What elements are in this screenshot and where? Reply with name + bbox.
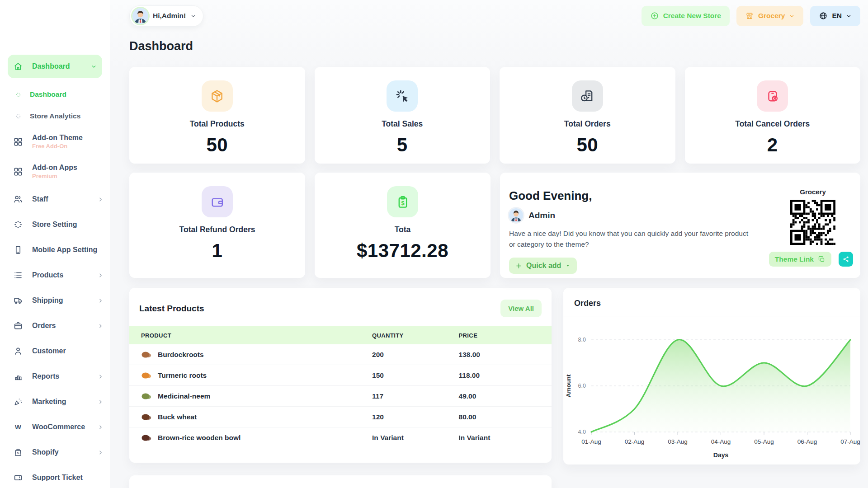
sidebar-item-customer[interactable]: Customer bbox=[0, 338, 110, 364]
sidebar-item-orders[interactable]: Orders bbox=[0, 313, 110, 338]
stat-card-total-cancel-orders: Total Cancel Orders2 bbox=[685, 67, 861, 164]
theme-link-button[interactable]: Theme Link bbox=[769, 252, 831, 267]
sidebar-item-label: Customer bbox=[32, 347, 66, 355]
product-thumbnail bbox=[141, 413, 152, 421]
stat-label: Total Cancel Orders bbox=[685, 119, 861, 129]
stat-card-total-products: Total Products50 bbox=[129, 67, 305, 164]
table-row: Turmeric roots150118.00 bbox=[129, 365, 552, 386]
table-row: Brown-rice wooden bowlIn VariantIn Varia… bbox=[129, 427, 552, 448]
cursor-click-icon bbox=[387, 80, 418, 112]
product-thumbnail bbox=[141, 392, 152, 400]
wallet-icon bbox=[202, 186, 233, 217]
product-quantity: 150 bbox=[372, 365, 458, 386]
dashed-circle-icon bbox=[15, 113, 21, 119]
qr-store-label: Grocery bbox=[785, 188, 840, 196]
quick-add-label: Quick add bbox=[526, 262, 561, 270]
svg-text:8.0: 8.0 bbox=[578, 337, 586, 343]
product-price: 49.00 bbox=[459, 386, 552, 407]
page-title: Dashboard bbox=[129, 39, 860, 53]
stats-row-2: Total Refund Orders1 Tota$13712.28 Good … bbox=[129, 173, 860, 278]
users-icon bbox=[13, 194, 23, 204]
woocommerce-icon bbox=[13, 422, 23, 432]
copy-icon bbox=[818, 255, 826, 263]
chevron-right-icon bbox=[98, 399, 104, 405]
svg-text:6.0: 6.0 bbox=[578, 383, 586, 389]
sidebar-item-addon-apps[interactable]: Add-on AppsPremium bbox=[0, 157, 110, 187]
sidebar-item-label: Staff bbox=[32, 195, 48, 203]
svg-text:Amount: Amount bbox=[565, 374, 572, 397]
bar-chart-icon bbox=[13, 371, 23, 381]
stat-card-tota: Tota$13712.28 bbox=[315, 173, 491, 278]
share-button[interactable] bbox=[839, 252, 853, 267]
product-thumbnail bbox=[141, 434, 152, 442]
briefcase-icon bbox=[13, 321, 23, 331]
truck-icon bbox=[13, 296, 23, 305]
sidebar-item-label: Dashboard bbox=[32, 62, 70, 70]
chevron-down-icon bbox=[846, 13, 852, 19]
product-quantity: In Variant bbox=[372, 427, 458, 448]
caret-down-icon bbox=[565, 263, 571, 268]
store-switcher-button[interactable]: Grocery bbox=[736, 6, 803, 26]
sidebar-item-support-ticket[interactable]: Support Ticket bbox=[0, 465, 110, 488]
sidebar-item-marketing[interactable]: Marketing bbox=[0, 389, 110, 414]
stat-label: Tota bbox=[315, 225, 491, 235]
sidebar-item-reports[interactable]: Reports bbox=[0, 364, 110, 389]
chevron-right-icon bbox=[98, 298, 104, 304]
sidebar-subitem-label: Store Analytics bbox=[30, 112, 80, 120]
view-all-button[interactable]: View All bbox=[500, 300, 542, 317]
main-content: Hi,Admin! Create New Store Grocery EN Da… bbox=[110, 0, 868, 488]
product-quantity: 120 bbox=[372, 407, 458, 427]
home-icon bbox=[13, 61, 23, 71]
create-new-store-label: Create New Store bbox=[663, 12, 721, 20]
stat-label: Total Orders bbox=[500, 119, 675, 129]
sidebar-item-label: Add-on Theme bbox=[32, 134, 83, 142]
product-name: Medicinal-neem bbox=[158, 392, 210, 400]
megaphone-icon bbox=[13, 397, 23, 407]
stat-value: 5 bbox=[315, 134, 491, 156]
product-name: Buck wheat bbox=[158, 413, 197, 421]
create-new-store-button[interactable]: Create New Store bbox=[642, 6, 730, 26]
product-name: Brown-rice wooden bowl bbox=[158, 434, 241, 442]
store-icon bbox=[745, 11, 754, 20]
product-name: Turmeric roots bbox=[158, 371, 207, 380]
greeting-card: Good Evening, Admin Have a nice day! Did… bbox=[500, 173, 860, 278]
sidebar-item-woocommerce[interactable]: WooCommerce bbox=[0, 414, 110, 440]
order-document-icon bbox=[572, 80, 603, 112]
chevron-down-icon bbox=[91, 64, 97, 70]
sidebar-item-label: Mobile App Setting bbox=[32, 246, 97, 254]
sidebar-subitem-store-analytics[interactable]: Store Analytics bbox=[0, 105, 110, 127]
stat-card-total-sales: Total Sales5 bbox=[315, 67, 491, 164]
language-selector-button[interactable]: EN bbox=[810, 6, 860, 26]
greeting-user-name: Admin bbox=[528, 211, 555, 221]
svg-text:02-Aug: 02-Aug bbox=[625, 438, 645, 445]
sidebar-item-products[interactable]: Products bbox=[0, 263, 110, 288]
sidebar-item-badge: Free Add-On bbox=[32, 143, 83, 150]
smartphone-icon bbox=[13, 245, 23, 255]
sidebar-item-dashboard[interactable]: Dashboard bbox=[8, 55, 102, 78]
share-icon bbox=[842, 255, 850, 263]
store-switcher-label: Grocery bbox=[758, 12, 785, 20]
sidebar-item-store-setting[interactable]: Store Setting bbox=[0, 212, 110, 237]
admin-menu-button[interactable]: Hi,Admin! bbox=[129, 5, 203, 27]
latest-products-table: PRODUCT QUANTITY PRICE Burdockroots20013… bbox=[129, 326, 552, 448]
sidebar-item-staff[interactable]: Staff bbox=[0, 187, 110, 212]
avatar bbox=[509, 208, 523, 222]
sidebar-item-shipping[interactable]: Shipping bbox=[0, 288, 110, 313]
package-box-icon bbox=[202, 80, 233, 112]
chevron-down-icon bbox=[190, 13, 196, 19]
svg-text:04-Aug: 04-Aug bbox=[711, 438, 731, 445]
language-label: EN bbox=[832, 12, 842, 20]
stat-card-total-refund-orders: Total Refund Orders1 bbox=[129, 173, 305, 278]
column-quantity: QUANTITY bbox=[372, 326, 458, 344]
grid-icon bbox=[13, 167, 23, 177]
sidebar-item-addon-theme[interactable]: Add-on ThemeFree Add-On bbox=[0, 127, 110, 157]
sidebar-item-mobile-app-setting[interactable]: Mobile App Setting bbox=[0, 237, 110, 263]
sidebar-item-label: Store Setting bbox=[32, 221, 77, 229]
sidebar-subitem-label: Dashboard bbox=[30, 90, 66, 99]
quick-add-button[interactable]: Quick add bbox=[509, 258, 577, 274]
sidebar-subitem-dashboard-sub[interactable]: Dashboard bbox=[0, 84, 110, 105]
sidebar-item-shopify[interactable]: Shopify bbox=[0, 440, 110, 465]
grid-icon bbox=[13, 137, 23, 147]
shopify-bag-icon bbox=[13, 447, 23, 457]
stat-label: Total Products bbox=[129, 119, 305, 129]
